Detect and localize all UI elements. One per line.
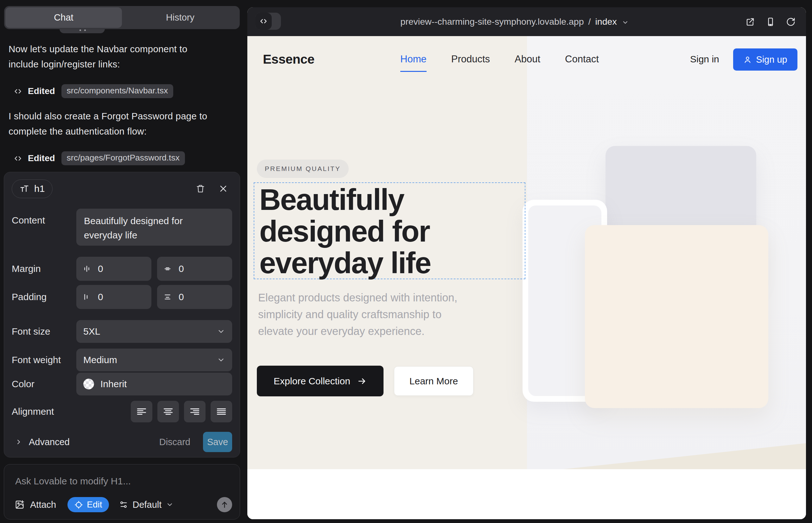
file-chip[interactable]: src/components/Navbar.tsx	[61, 84, 174, 98]
nav-link-home[interactable]: Home	[400, 54, 427, 65]
paragraph-line: simplicity and quality craftsmanship to	[258, 306, 480, 323]
heading-line: Beautifully	[259, 184, 431, 216]
type-icon	[20, 184, 29, 194]
align-center-button[interactable]	[157, 401, 179, 422]
content-input[interactable]: Beautifully designed foreveryday life	[76, 209, 232, 246]
edited-label: Edited	[28, 153, 55, 163]
mobile-view-button[interactable]	[766, 17, 775, 26]
user-icon	[743, 55, 752, 64]
attach-button[interactable]: Attach	[15, 500, 56, 510]
chevron-down-icon	[217, 356, 225, 364]
hero-badge: PREMIUM QUALITY	[257, 160, 349, 178]
font-weight-select[interactable]: Medium	[76, 348, 232, 371]
hero-paragraph: Elegant products designed with intention…	[258, 289, 480, 340]
alignment-label: Alignment	[12, 406, 76, 417]
chevron-down-icon	[217, 327, 225, 336]
message-line: I should also create a Forgot Password p…	[8, 109, 230, 124]
align-justify-button[interactable]	[211, 401, 232, 422]
nav-link-label: Home	[400, 54, 427, 65]
explore-collection-label: Explore Collection	[273, 376, 350, 386]
content-label: Content	[12, 215, 76, 226]
margin-y-input[interactable]: 0	[157, 257, 232, 281]
element-editor-panel: h1 Content Beautifully designed forevery…	[4, 172, 240, 457]
decor-card-cream	[585, 225, 768, 408]
site-navbar: Essence Home Products About Contact Sign…	[247, 36, 806, 82]
url-page: index	[595, 16, 617, 27]
margin-vertical-icon	[163, 265, 172, 273]
preview-url[interactable]: preview--charming-site-symphony.lovable.…	[400, 7, 629, 36]
preview-toolbar: preview--charming-site-symphony.lovable.…	[247, 7, 806, 36]
heading-line: designed for	[259, 216, 431, 247]
nav-link-contact[interactable]: Contact	[565, 54, 599, 65]
code-preview-toggle[interactable]	[255, 13, 281, 30]
composer-input[interactable]: Ask Lovable to modify H1...	[15, 476, 131, 487]
discard-button[interactable]: Discard	[159, 437, 190, 447]
padding-horizontal-icon	[83, 293, 91, 301]
advanced-label: Advanced	[29, 437, 70, 447]
paragraph-line: Elegant products designed with intention…	[258, 289, 480, 306]
settings-icon	[119, 500, 128, 509]
edit-label: Edit	[87, 500, 102, 510]
font-size-select[interactable]: 5XL	[76, 320, 232, 343]
message-line: Now let's update the Navbar component to	[8, 41, 230, 57]
color-select[interactable]: Inherit	[76, 373, 232, 395]
margin-x-input[interactable]: 0	[76, 257, 152, 281]
file-chip[interactable]: src/pages/ForgotPassword.tsx	[61, 151, 185, 165]
file-edit-row: Edited src/components/Navbar.tsx	[14, 84, 230, 98]
send-button[interactable]	[217, 497, 232, 512]
padding-x-input[interactable]: 0	[76, 285, 152, 309]
hero-heading: Beautifully designed for everyday life	[259, 184, 431, 279]
delete-element-button[interactable]	[196, 184, 205, 193]
close-editor-button[interactable]	[219, 184, 228, 193]
learn-more-button[interactable]: Learn More	[394, 366, 474, 396]
code-icon	[14, 154, 22, 163]
padding-label: Padding	[12, 292, 76, 302]
chevron-right-icon	[15, 438, 22, 446]
edit-mode-button[interactable]: Edit	[68, 497, 109, 512]
align-left-button[interactable]	[131, 401, 152, 422]
advanced-toggle[interactable]: Advanced	[15, 437, 70, 447]
chevron-down-icon	[622, 19, 629, 26]
nav-link-about[interactable]: About	[515, 54, 540, 65]
code-icon	[255, 13, 272, 30]
site-logo[interactable]: Essence	[263, 52, 315, 67]
explore-collection-button[interactable]: Explore Collection	[257, 366, 384, 396]
model-selector[interactable]: Default	[119, 500, 174, 510]
nav-link-label: About	[515, 54, 540, 65]
url-separator: /	[588, 16, 591, 27]
site-preview: Essence Home Products About Contact Sign…	[247, 36, 806, 519]
color-value: Inherit	[100, 379, 127, 390]
tab-chat[interactable]: Chat	[5, 7, 122, 28]
sign-in-link[interactable]: Sign in	[690, 54, 719, 65]
edited-label: Edited	[28, 86, 55, 96]
font-weight-value: Medium	[83, 355, 117, 365]
arrow-right-icon	[357, 376, 367, 386]
open-external-button[interactable]	[745, 17, 755, 26]
chat-messages: Now let's update the Navbar component to…	[8, 41, 230, 176]
nav-link-products[interactable]: Products	[451, 54, 490, 65]
selected-heading-outline[interactable]: Beautifully designed for everyday life	[254, 182, 525, 279]
chat-message: I should also create a Forgot Password p…	[8, 109, 230, 139]
message-line: complete the authentication flow:	[8, 124, 230, 139]
font-size-label: Font size	[12, 326, 76, 337]
sign-up-button[interactable]: Sign up	[733, 49, 797, 71]
hero-section: Essence Home Products About Contact Sign…	[247, 36, 806, 469]
chat-history-tabs: Chat History	[4, 6, 240, 29]
sign-up-label: Sign up	[756, 54, 787, 65]
font-weight-label: Font weight	[12, 355, 76, 365]
padding-y-input[interactable]: 0	[157, 285, 232, 309]
paragraph-line: elevate your everyday experience.	[258, 323, 480, 340]
margin-x-value: 0	[98, 264, 103, 274]
element-tag-label: h1	[34, 183, 45, 194]
align-right-button[interactable]	[184, 401, 206, 422]
message-line: include login/register links:	[8, 57, 230, 72]
tab-history[interactable]: History	[122, 7, 239, 28]
refresh-button[interactable]	[786, 17, 796, 26]
font-size-value: 5XL	[83, 326, 100, 337]
attach-label: Attach	[30, 500, 56, 510]
save-button[interactable]: Save	[203, 432, 232, 452]
color-label: Color	[12, 379, 76, 390]
padding-x-value: 0	[98, 292, 103, 302]
content-value-line: Beautifully designed for	[84, 214, 225, 228]
selected-element-pill: h1	[12, 180, 53, 198]
